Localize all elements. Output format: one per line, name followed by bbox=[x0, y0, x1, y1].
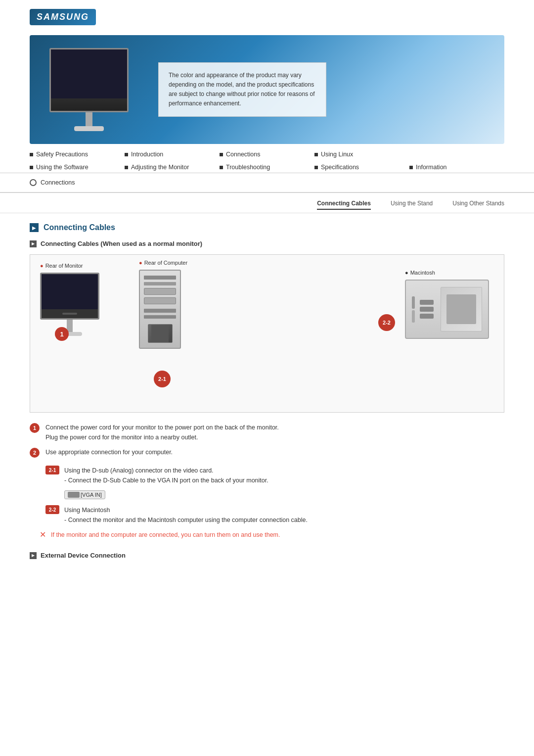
instruction-text-1: Connect the power cord for your monitor … bbox=[45, 423, 279, 442]
subnav-using-other-stands[interactable]: Using Other Stands bbox=[452, 200, 504, 210]
macintosh-graphic bbox=[405, 280, 489, 339]
instructions-list: 1 Connect the power cord for your monito… bbox=[30, 423, 504, 458]
external-device-label: External Device Connection bbox=[41, 552, 126, 559]
nav-dot bbox=[220, 153, 223, 156]
instruction-num-1: 1 bbox=[30, 423, 40, 433]
diagram-box: ● Rear of Monitor 1 ● Rear of Computer bbox=[30, 254, 504, 413]
rear-computer-label: ● Rear of Computer bbox=[139, 260, 187, 266]
nav-info[interactable]: Information bbox=[409, 162, 504, 173]
rear-monitor-label: ● Rear of Monitor bbox=[40, 263, 99, 269]
banner-section: The color and appearance of the product … bbox=[0, 30, 534, 144]
badge-1: 1 bbox=[55, 327, 69, 341]
note-text: If the monitor and the computer are conn… bbox=[51, 530, 280, 540]
samsung-logo: SAMSUNG bbox=[30, 9, 96, 25]
instruction-1: 1 Connect the power cord for your monito… bbox=[30, 423, 504, 442]
instruction-2: 2 Use appropriate connection for your co… bbox=[30, 447, 504, 458]
nav-specs[interactable]: Specifications bbox=[314, 162, 409, 173]
note: ✕ If the monitor and the computer are co… bbox=[40, 530, 504, 540]
nav-linux[interactable]: Using Linux bbox=[314, 149, 409, 160]
instruction-num-2: 2 bbox=[30, 448, 40, 458]
banner: The color and appearance of the product … bbox=[30, 35, 504, 144]
macintosh-group: ● Macintosh bbox=[405, 270, 489, 339]
sub-instructions: 2-1 Using the D-sub (Analog) connector o… bbox=[45, 466, 504, 525]
badge-2-2: 2-2 bbox=[378, 314, 395, 331]
nav-dot bbox=[409, 166, 413, 169]
nav-menu: Safety Precautions Introduction Connecti… bbox=[0, 144, 534, 173]
external-device-section: External Device Connection bbox=[30, 552, 504, 559]
subnav-connecting-cables[interactable]: Connecting Cables bbox=[317, 200, 371, 210]
sub-inst-text-2-2: Using Macintosh - Connect the monitor an… bbox=[64, 505, 308, 525]
subsection-title: Connecting Cables (When used as a normal… bbox=[30, 240, 504, 247]
nav-troubleshooting[interactable]: Troubleshooting bbox=[220, 162, 314, 173]
instruction-text-2: Use appropriate connection for your comp… bbox=[45, 447, 173, 457]
nav-empty1 bbox=[409, 149, 504, 160]
vga-port-icon bbox=[68, 492, 80, 498]
macintosh-label: ● Macintosh bbox=[405, 270, 489, 276]
nav-dot bbox=[30, 166, 33, 169]
sub-instruction-2-1: 2-1 Using the D-sub (Analog) connector o… bbox=[45, 466, 504, 485]
nav-dot bbox=[314, 153, 318, 156]
vga-icon: [VGA IN] bbox=[64, 490, 105, 499]
nav-intro[interactable]: Introduction bbox=[125, 149, 220, 160]
note-icon: ✕ bbox=[40, 530, 46, 539]
rear-computer-group: ● Rear of Computer bbox=[139, 260, 187, 349]
badge-2-1: 2-1 bbox=[154, 371, 171, 387]
breadcrumb-label: Connections bbox=[41, 179, 75, 186]
section-title-icon bbox=[30, 223, 39, 232]
nav-safety[interactable]: Safety Precautions bbox=[30, 149, 125, 160]
nav-connections[interactable]: Connections bbox=[220, 149, 314, 160]
header: SAMSUNG bbox=[0, 0, 534, 30]
external-device-icon bbox=[30, 552, 37, 559]
computer-tower-graphic bbox=[139, 270, 181, 349]
breadcrumb-circle-icon bbox=[30, 179, 37, 186]
breadcrumb: Connections bbox=[0, 173, 534, 192]
sub-instruction-2-2: 2-2 Using Macintosh - Connect the monito… bbox=[45, 505, 504, 525]
subsection-icon bbox=[30, 240, 37, 247]
rear-monitor-group: ● Rear of Monitor 1 bbox=[40, 263, 99, 336]
nav-dot bbox=[220, 166, 223, 169]
sub-inst-text-2-1: Using the D-sub (Analog) connector on th… bbox=[64, 466, 268, 485]
section-heading: Connecting Cables bbox=[44, 223, 115, 232]
nav-software[interactable]: Using the Software bbox=[30, 162, 125, 173]
nav-dot bbox=[30, 153, 33, 156]
banner-text: The color and appearance of the product … bbox=[158, 62, 326, 117]
badge-inline-2-2: 2-2 bbox=[45, 505, 59, 514]
section-title: Connecting Cables bbox=[30, 223, 504, 232]
subsection-heading: Connecting Cables (When used as a normal… bbox=[41, 240, 202, 247]
banner-monitor-graphic bbox=[49, 48, 129, 131]
nav-dot bbox=[125, 153, 128, 156]
subnav-using-stand[interactable]: Using the Stand bbox=[391, 200, 433, 210]
badge-inline-2-1: 2-1 bbox=[45, 466, 59, 474]
main-content: Connecting Cables Connecting Cables (Whe… bbox=[0, 223, 534, 586]
nav-dot bbox=[125, 166, 128, 169]
monitor-graphic bbox=[40, 273, 99, 320]
subnav: Connecting Cables Using the Stand Using … bbox=[0, 193, 534, 213]
nav-adjusting[interactable]: Adjusting the Monitor bbox=[125, 162, 220, 173]
external-device-title: External Device Connection bbox=[30, 552, 504, 559]
nav-dot bbox=[314, 166, 318, 169]
